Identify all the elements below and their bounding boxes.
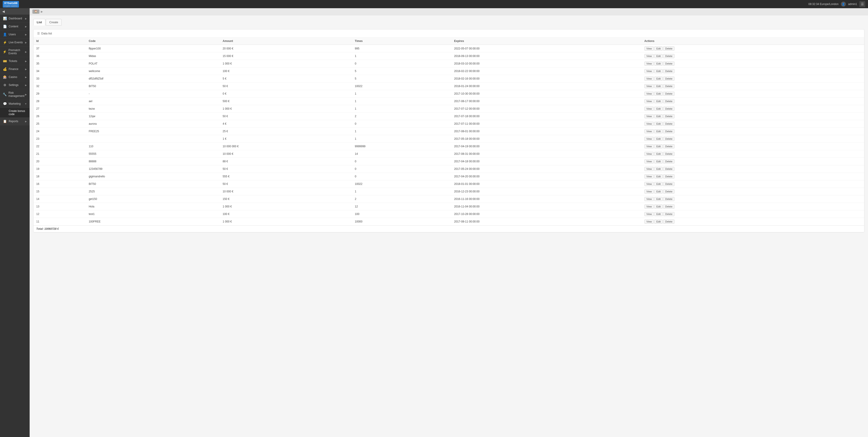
delete-button[interactable]: Delete: [663, 122, 675, 126]
delete-button[interactable]: Delete: [663, 92, 675, 96]
delete-button[interactable]: Delete: [663, 152, 675, 156]
sidebar-item-dashboard[interactable]: 📊 Dashboard ▶: [0, 14, 30, 23]
delete-button[interactable]: Delete: [663, 114, 675, 118]
topbar-menu-button[interactable]: ☰: [859, 1, 865, 7]
sidebar-item-label: Content: [9, 25, 18, 28]
view-button[interactable]: View: [644, 137, 654, 141]
dashboard-icon: 📊: [3, 17, 7, 20]
edit-button[interactable]: Edit: [654, 92, 663, 96]
table-row: 231 €12017-05-18 00:00:00ViewEditDelete: [33, 135, 864, 143]
view-button[interactable]: View: [644, 99, 654, 103]
view-button[interactable]: View: [644, 212, 654, 216]
view-button[interactable]: View: [644, 129, 654, 133]
cell-amount: 10 000 €: [220, 188, 352, 195]
delete-button[interactable]: Delete: [663, 159, 675, 163]
edit-button[interactable]: Edit: [654, 84, 663, 88]
view-button[interactable]: View: [644, 220, 654, 224]
sidebar-item-casino[interactable]: 🎰 Casino ▶: [0, 73, 30, 81]
view-button[interactable]: View: [644, 114, 654, 118]
view-button[interactable]: View: [644, 46, 654, 51]
delete-button[interactable]: Delete: [663, 99, 675, 103]
edit-button[interactable]: Edit: [654, 220, 663, 224]
sidebar-item-live-events[interactable]: ⚡ Live Events ▶: [0, 38, 30, 46]
table-row: 12test1100 €1002017-10-28 00:00:00ViewEd…: [33, 210, 864, 218]
edit-button[interactable]: Edit: [654, 189, 663, 193]
edit-button[interactable]: Edit: [654, 175, 663, 179]
view-button[interactable]: View: [644, 62, 654, 66]
sidebar-item-content[interactable]: 📄 Content ▶: [0, 23, 30, 31]
edit-button[interactable]: Edit: [654, 152, 663, 156]
edit-button[interactable]: Edit: [654, 212, 663, 216]
view-button[interactable]: View: [644, 189, 654, 193]
view-button[interactable]: View: [644, 175, 654, 179]
edit-button[interactable]: Edit: [654, 129, 663, 133]
view-button[interactable]: View: [644, 107, 654, 111]
edit-button[interactable]: Edit: [654, 137, 663, 141]
view-button[interactable]: View: [644, 159, 654, 163]
view-button[interactable]: View: [644, 167, 654, 171]
edit-button[interactable]: Edit: [654, 46, 663, 51]
sidebar-item-prematch-events[interactable]: ⚡ Prematch Events ▶: [0, 46, 30, 57]
edit-button[interactable]: Edit: [654, 99, 663, 103]
view-button[interactable]: View: [644, 144, 654, 148]
view-button[interactable]: View: [644, 197, 654, 201]
sidebar-toggle-button[interactable]: ◀: [0, 8, 30, 14]
view-button[interactable]: View: [644, 54, 654, 58]
edit-button[interactable]: Edit: [654, 54, 663, 58]
edit-button[interactable]: Edit: [654, 69, 663, 73]
sidebar-item-marketing[interactable]: 💬 Marketing ▼: [0, 100, 30, 108]
cell-amount: 100 €: [220, 67, 352, 75]
delete-button[interactable]: Delete: [663, 137, 675, 141]
delete-button[interactable]: Delete: [663, 69, 675, 73]
view-button[interactable]: View: [644, 69, 654, 73]
edit-button[interactable]: Edit: [654, 62, 663, 66]
sidebar-item-tickets[interactable]: 🎫 Tickets ▶: [0, 57, 30, 65]
delete-button[interactable]: Delete: [663, 76, 675, 81]
view-button[interactable]: View: [644, 182, 654, 186]
edit-button[interactable]: Edit: [654, 76, 663, 81]
cell-id: 11: [33, 218, 86, 226]
edit-button[interactable]: Edit: [654, 159, 663, 163]
view-button[interactable]: View: [644, 205, 654, 209]
sidebar-item-finance[interactable]: 💰 Finance ▶: [0, 65, 30, 73]
edit-button[interactable]: Edit: [654, 114, 663, 118]
edit-button[interactable]: Edit: [654, 144, 663, 148]
delete-button[interactable]: Delete: [663, 107, 675, 111]
breadcrumb-home[interactable]: 🏠: [32, 9, 39, 14]
sidebar-item-settings[interactable]: ⚙ Settings ▶: [0, 81, 30, 89]
sidebar-item-users[interactable]: 👤 Users ▶: [0, 31, 30, 38]
delete-button[interactable]: Delete: [663, 46, 675, 51]
edit-button[interactable]: Edit: [654, 205, 663, 209]
view-button[interactable]: View: [644, 152, 654, 156]
edit-button[interactable]: Edit: [654, 167, 663, 171]
cell-times: 12: [352, 203, 452, 210]
view-button[interactable]: View: [644, 76, 654, 81]
delete-button[interactable]: Delete: [663, 54, 675, 58]
delete-button[interactable]: Delete: [663, 167, 675, 171]
delete-button[interactable]: Delete: [663, 129, 675, 133]
delete-button[interactable]: Delete: [663, 182, 675, 186]
tab-list[interactable]: List: [33, 19, 45, 26]
view-button[interactable]: View: [644, 92, 654, 96]
delete-button[interactable]: Delete: [663, 62, 675, 66]
delete-button[interactable]: Delete: [663, 197, 675, 201]
sidebar-item-create-bonus-code[interactable]: Create bonus code: [0, 108, 30, 117]
delete-button[interactable]: Delete: [663, 84, 675, 88]
table-row: 14get150150 €22016-11-16 00:00:00ViewEdi…: [33, 195, 864, 203]
tab-create[interactable]: Create: [46, 19, 62, 26]
edit-button[interactable]: Edit: [654, 122, 663, 126]
delete-button[interactable]: Delete: [663, 175, 675, 179]
edit-button[interactable]: Edit: [654, 182, 663, 186]
sidebar-item-reports[interactable]: 📋 Reports ▶: [0, 117, 30, 125]
sidebar-item-risk-management[interactable]: 🔧 Risk management ▶: [0, 89, 30, 100]
view-button[interactable]: View: [644, 122, 654, 126]
view-button[interactable]: View: [644, 84, 654, 88]
delete-button[interactable]: Delete: [663, 205, 675, 209]
edit-button[interactable]: Edit: [654, 197, 663, 201]
delete-button[interactable]: Delete: [663, 212, 675, 216]
delete-button[interactable]: Delete: [663, 220, 675, 224]
content-icon: 📄: [3, 25, 7, 28]
delete-button[interactable]: Delete: [663, 189, 675, 193]
edit-button[interactable]: Edit: [654, 107, 663, 111]
delete-button[interactable]: Delete: [663, 144, 675, 148]
